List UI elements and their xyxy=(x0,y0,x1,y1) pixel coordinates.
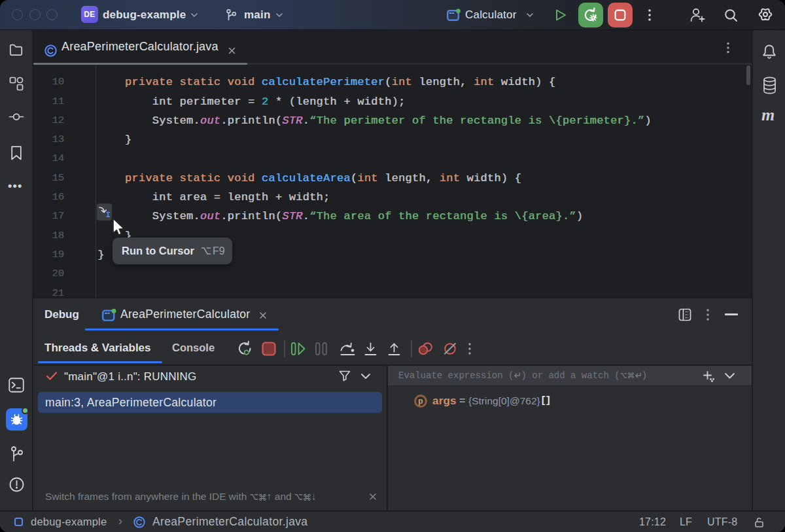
svg-text:p: p xyxy=(418,397,423,406)
